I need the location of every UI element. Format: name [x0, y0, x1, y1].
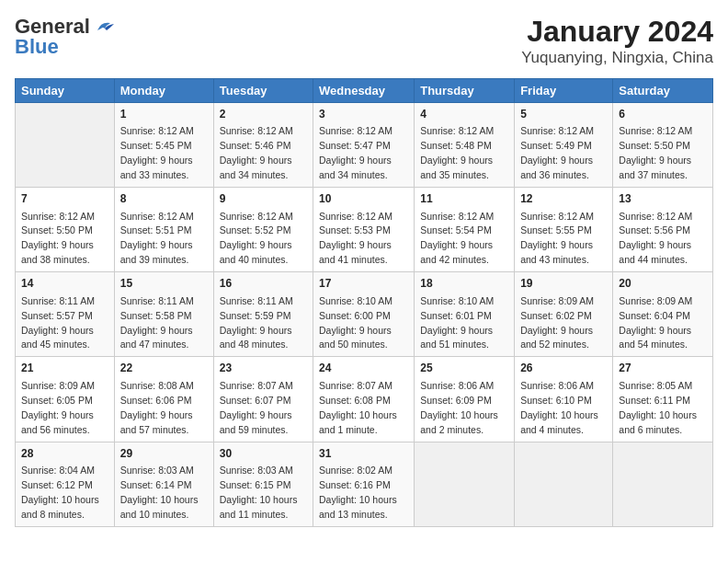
- day-info: Sunrise: 8:12 AM Sunset: 5:55 PM Dayligh…: [520, 211, 594, 266]
- calendar-week-row: 21Sunrise: 8:09 AM Sunset: 6:05 PM Dayli…: [16, 357, 713, 442]
- table-row: 25Sunrise: 8:06 AM Sunset: 6:09 PM Dayli…: [415, 357, 515, 442]
- table-row: 8Sunrise: 8:12 AM Sunset: 5:51 PM Daylig…: [114, 188, 213, 272]
- page-subtitle: Yuquanying, Ningxia, China: [521, 49, 713, 67]
- day-number: 20: [619, 276, 707, 292]
- logo: General Blue: [15, 15, 114, 59]
- table-row: 1Sunrise: 8:12 AM Sunset: 5:45 PM Daylig…: [114, 103, 213, 188]
- table-row: 24Sunrise: 8:07 AM Sunset: 6:08 PM Dayli…: [313, 357, 415, 442]
- day-info: Sunrise: 8:06 AM Sunset: 6:10 PM Dayligh…: [520, 380, 598, 435]
- day-info: Sunrise: 8:11 AM Sunset: 5:57 PM Dayligh…: [21, 295, 95, 350]
- table-row: [515, 442, 613, 526]
- table-row: 20Sunrise: 8:09 AM Sunset: 6:04 PM Dayli…: [613, 272, 713, 357]
- table-row: 6Sunrise: 8:12 AM Sunset: 5:50 PM Daylig…: [613, 103, 713, 188]
- logo-blue: Blue: [15, 35, 59, 59]
- col-thursday: Thursday: [415, 79, 515, 103]
- day-info: Sunrise: 8:06 AM Sunset: 6:09 PM Dayligh…: [420, 380, 498, 435]
- page-title: January 2024: [521, 15, 713, 49]
- table-row: 13Sunrise: 8:12 AM Sunset: 5:56 PM Dayli…: [613, 188, 713, 272]
- table-row: 5Sunrise: 8:12 AM Sunset: 5:49 PM Daylig…: [515, 103, 613, 188]
- table-row: 7Sunrise: 8:12 AM Sunset: 5:50 PM Daylig…: [16, 188, 115, 272]
- day-number: 9: [220, 191, 307, 207]
- day-info: Sunrise: 8:03 AM Sunset: 6:14 PM Dayligh…: [120, 465, 199, 520]
- day-info: Sunrise: 8:03 AM Sunset: 6:15 PM Dayligh…: [220, 465, 298, 520]
- table-row: [16, 103, 115, 188]
- day-info: Sunrise: 8:12 AM Sunset: 5:50 PM Dayligh…: [619, 125, 692, 180]
- col-saturday: Saturday: [613, 79, 713, 103]
- day-info: Sunrise: 8:12 AM Sunset: 5:50 PM Dayligh…: [21, 211, 95, 266]
- day-info: Sunrise: 8:12 AM Sunset: 5:45 PM Dayligh…: [120, 125, 194, 180]
- day-info: Sunrise: 8:10 AM Sunset: 6:01 PM Dayligh…: [420, 295, 494, 350]
- day-info: Sunrise: 8:12 AM Sunset: 5:52 PM Dayligh…: [220, 211, 293, 266]
- table-row: 27Sunrise: 8:05 AM Sunset: 6:11 PM Dayli…: [613, 357, 713, 442]
- day-number: 22: [120, 361, 208, 376]
- day-info: Sunrise: 8:12 AM Sunset: 5:49 PM Dayligh…: [520, 125, 594, 180]
- day-number: 12: [520, 191, 607, 207]
- day-info: Sunrise: 8:11 AM Sunset: 5:58 PM Dayligh…: [120, 295, 194, 350]
- day-info: Sunrise: 8:09 AM Sunset: 6:05 PM Dayligh…: [21, 380, 95, 435]
- day-number: 26: [520, 361, 607, 376]
- day-number: 25: [420, 361, 508, 376]
- col-monday: Monday: [114, 79, 213, 103]
- day-number: 4: [420, 107, 508, 122]
- calendar-table: Sunday Monday Tuesday Wednesday Thursday…: [15, 78, 713, 527]
- table-row: 15Sunrise: 8:11 AM Sunset: 5:58 PM Dayli…: [114, 272, 213, 357]
- table-row: 2Sunrise: 8:12 AM Sunset: 5:46 PM Daylig…: [213, 103, 313, 188]
- day-number: 28: [21, 446, 108, 462]
- table-row: 31Sunrise: 8:02 AM Sunset: 6:16 PM Dayli…: [313, 442, 415, 526]
- day-number: 1: [120, 107, 208, 122]
- day-number: 7: [21, 191, 108, 207]
- table-row: 9Sunrise: 8:12 AM Sunset: 5:52 PM Daylig…: [213, 188, 313, 272]
- table-row: 28Sunrise: 8:04 AM Sunset: 6:12 PM Dayli…: [16, 442, 115, 526]
- day-number: 5: [520, 107, 607, 122]
- day-info: Sunrise: 8:05 AM Sunset: 6:11 PM Dayligh…: [619, 380, 697, 435]
- day-number: 29: [120, 446, 208, 462]
- day-info: Sunrise: 8:12 AM Sunset: 5:51 PM Dayligh…: [120, 211, 194, 266]
- title-block: January 2024 Yuquanying, Ningxia, China: [521, 15, 713, 67]
- table-row: 17Sunrise: 8:10 AM Sunset: 6:00 PM Dayli…: [313, 272, 415, 357]
- day-number: 16: [220, 276, 307, 292]
- table-row: 22Sunrise: 8:08 AM Sunset: 6:06 PM Dayli…: [114, 357, 213, 442]
- col-friday: Friday: [515, 79, 613, 103]
- calendar-week-row: 28Sunrise: 8:04 AM Sunset: 6:12 PM Dayli…: [16, 442, 713, 526]
- day-number: 31: [319, 446, 408, 462]
- day-info: Sunrise: 8:04 AM Sunset: 6:12 PM Dayligh…: [21, 465, 99, 520]
- table-row: 3Sunrise: 8:12 AM Sunset: 5:47 PM Daylig…: [313, 103, 415, 188]
- day-number: 11: [420, 191, 508, 207]
- day-info: Sunrise: 8:12 AM Sunset: 5:46 PM Dayligh…: [220, 125, 293, 180]
- calendar-week-row: 1Sunrise: 8:12 AM Sunset: 5:45 PM Daylig…: [16, 103, 713, 188]
- col-wednesday: Wednesday: [313, 79, 415, 103]
- table-row: 26Sunrise: 8:06 AM Sunset: 6:10 PM Dayli…: [515, 357, 613, 442]
- day-info: Sunrise: 8:09 AM Sunset: 6:04 PM Dayligh…: [619, 295, 692, 350]
- col-sunday: Sunday: [16, 79, 115, 103]
- table-row: 4Sunrise: 8:12 AM Sunset: 5:48 PM Daylig…: [415, 103, 515, 188]
- day-info: Sunrise: 8:02 AM Sunset: 6:16 PM Dayligh…: [319, 465, 397, 520]
- table-row: 21Sunrise: 8:09 AM Sunset: 6:05 PM Dayli…: [16, 357, 115, 442]
- table-row: 16Sunrise: 8:11 AM Sunset: 5:59 PM Dayli…: [213, 272, 313, 357]
- day-number: 13: [619, 191, 707, 207]
- day-info: Sunrise: 8:12 AM Sunset: 5:56 PM Dayligh…: [619, 211, 692, 266]
- table-row: 11Sunrise: 8:12 AM Sunset: 5:54 PM Dayli…: [415, 188, 515, 272]
- table-row: 14Sunrise: 8:11 AM Sunset: 5:57 PM Dayli…: [16, 272, 115, 357]
- table-row: 10Sunrise: 8:12 AM Sunset: 5:53 PM Dayli…: [313, 188, 415, 272]
- day-number: 17: [319, 276, 408, 292]
- page-header: General Blue January 2024 Yuquanying, Ni…: [15, 15, 713, 67]
- table-row: [415, 442, 515, 526]
- table-row: 29Sunrise: 8:03 AM Sunset: 6:14 PM Dayli…: [114, 442, 213, 526]
- day-number: 10: [319, 191, 408, 207]
- table-row: 18Sunrise: 8:10 AM Sunset: 6:01 PM Dayli…: [415, 272, 515, 357]
- day-number: 21: [21, 361, 108, 376]
- day-info: Sunrise: 8:12 AM Sunset: 5:47 PM Dayligh…: [319, 125, 392, 180]
- table-row: 19Sunrise: 8:09 AM Sunset: 6:02 PM Dayli…: [515, 272, 613, 357]
- day-number: 8: [120, 191, 208, 207]
- day-number: 19: [520, 276, 607, 292]
- table-row: 30Sunrise: 8:03 AM Sunset: 6:15 PM Dayli…: [213, 442, 313, 526]
- day-info: Sunrise: 8:12 AM Sunset: 5:48 PM Dayligh…: [420, 125, 494, 180]
- day-info: Sunrise: 8:07 AM Sunset: 6:07 PM Dayligh…: [220, 380, 293, 435]
- col-tuesday: Tuesday: [213, 79, 313, 103]
- day-info: Sunrise: 8:07 AM Sunset: 6:08 PM Dayligh…: [319, 380, 397, 435]
- day-number: 18: [420, 276, 508, 292]
- day-info: Sunrise: 8:09 AM Sunset: 6:02 PM Dayligh…: [520, 295, 594, 350]
- day-info: Sunrise: 8:10 AM Sunset: 6:00 PM Dayligh…: [319, 295, 392, 350]
- day-number: 2: [220, 107, 307, 122]
- calendar-week-row: 7Sunrise: 8:12 AM Sunset: 5:50 PM Daylig…: [16, 188, 713, 272]
